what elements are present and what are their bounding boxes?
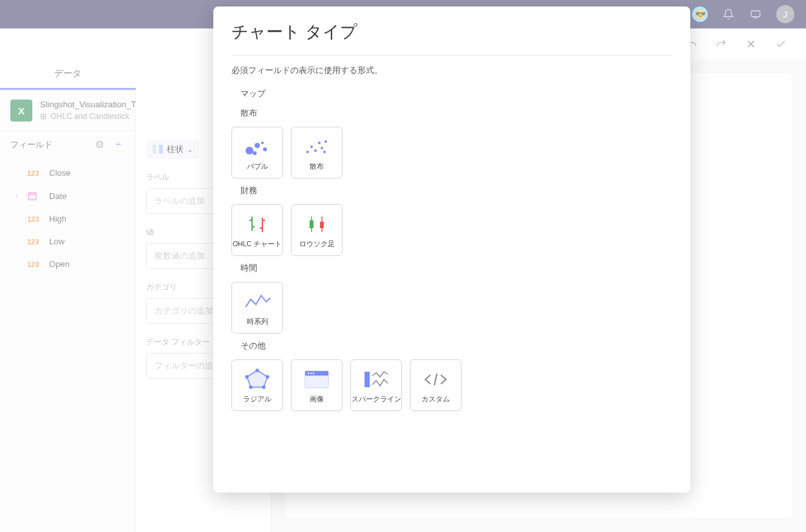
- chart-type-modal: チャート タイプ 必須フィールドの表示に使用する形式。 マップ 散布 バブル 散…: [213, 6, 690, 493]
- svg-line-36: [434, 374, 437, 385]
- svg-point-12: [324, 140, 327, 143]
- card-label: 散布: [310, 163, 324, 171]
- svg-point-25: [256, 369, 259, 372]
- group-other: その他: [240, 340, 672, 352]
- chart-option-custom[interactable]: カスタム: [410, 359, 461, 411]
- svg-point-28: [249, 386, 252, 388]
- chart-option-timeseries[interactable]: 時系列: [231, 282, 283, 334]
- radial-icon: [243, 367, 271, 392]
- card-label: スパークライン: [352, 396, 401, 403]
- card-label: ラジアル: [243, 396, 271, 403]
- svg-point-26: [266, 376, 269, 378]
- chart-option-bubble[interactable]: バブル: [231, 127, 283, 178]
- scatter-icon: [302, 134, 331, 159]
- svg-point-7: [306, 151, 309, 153]
- modal-title: チャート タイプ: [231, 21, 672, 43]
- modal-subtitle: 必須フィールドの表示に使用する形式。: [231, 65, 672, 76]
- chart-option-ohlc[interactable]: OHLC チャート: [231, 204, 283, 256]
- card-label: ロウソク足: [299, 240, 335, 248]
- chart-option-scatter[interactable]: 散布: [291, 127, 343, 178]
- svg-point-2: [246, 147, 253, 154]
- svg-point-9: [314, 149, 317, 152]
- candlestick-icon: [302, 212, 331, 237]
- svg-point-4: [253, 151, 257, 155]
- card-label: 画像: [310, 396, 324, 403]
- svg-point-10: [318, 142, 321, 144]
- svg-point-5: [261, 142, 264, 144]
- chart-option-radial[interactable]: ラジアル: [231, 359, 283, 411]
- svg-point-27: [262, 386, 265, 388]
- image-icon: [302, 367, 331, 392]
- svg-marker-24: [247, 370, 268, 387]
- group-time: 時間: [240, 262, 672, 274]
- chart-option-image[interactable]: 画像: [291, 359, 343, 411]
- svg-point-32: [308, 373, 309, 374]
- ohlc-icon: [243, 212, 271, 237]
- svg-rect-23: [320, 222, 324, 228]
- card-label: バブル: [247, 163, 268, 171]
- group-scatter: 散布: [240, 107, 672, 119]
- svg-point-8: [310, 145, 313, 148]
- svg-rect-21: [310, 220, 313, 228]
- svg-point-29: [246, 376, 248, 378]
- timeseries-icon: [243, 290, 271, 314]
- svg-point-11: [321, 147, 323, 149]
- group-map: マップ: [240, 88, 672, 100]
- svg-point-3: [255, 143, 260, 148]
- card-label: 時系列: [247, 318, 268, 326]
- svg-point-33: [310, 373, 312, 374]
- chart-option-candlestick[interactable]: ロウソク足: [291, 204, 343, 256]
- svg-rect-35: [365, 372, 370, 387]
- svg-point-34: [313, 373, 314, 374]
- sparkline-icon: [362, 367, 390, 392]
- bubble-icon: [243, 134, 271, 159]
- card-label: OHLC チャート: [233, 240, 282, 248]
- group-financial: 財務: [240, 185, 672, 197]
- chart-option-sparkline[interactable]: スパークライン: [350, 359, 402, 411]
- card-label: カスタム: [421, 396, 450, 403]
- svg-point-6: [263, 147, 267, 151]
- custom-icon: [421, 367, 450, 392]
- divider: [231, 55, 672, 56]
- svg-point-13: [323, 151, 326, 153]
